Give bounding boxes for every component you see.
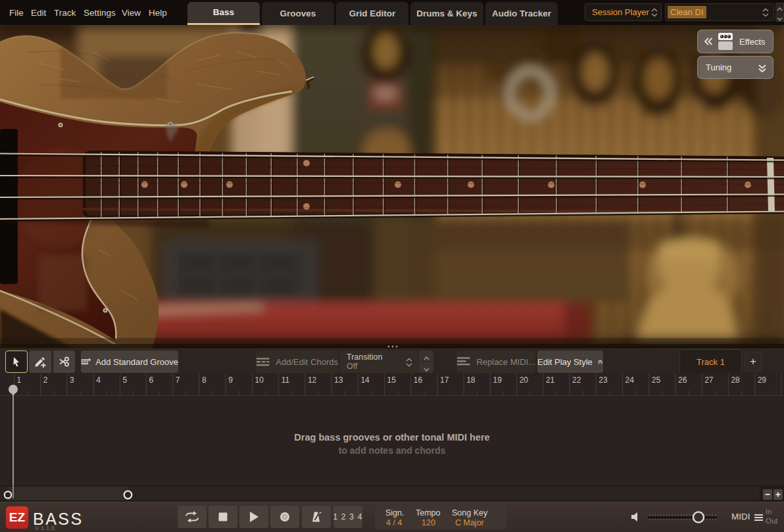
svg-text:29: 29 xyxy=(758,375,767,385)
svg-text:13: 13 xyxy=(334,375,343,385)
svg-text:22: 22 xyxy=(572,375,581,385)
svg-text:15: 15 xyxy=(387,375,397,385)
svg-text:5: 5 xyxy=(122,375,127,385)
svg-text:1: 1 xyxy=(17,375,22,385)
svg-text:6: 6 xyxy=(149,375,154,385)
svg-text:10: 10 xyxy=(255,375,264,385)
svg-text:Drag bass grooves or other ton: Drag bass grooves or other tonal MIDI he… xyxy=(294,432,489,443)
svg-text:28: 28 xyxy=(731,375,740,385)
svg-text:23: 23 xyxy=(599,375,608,385)
svg-text:8: 8 xyxy=(202,375,207,385)
svg-text:27: 27 xyxy=(704,375,714,385)
svg-text:12: 12 xyxy=(308,375,317,385)
svg-text:26: 26 xyxy=(678,375,687,385)
svg-text:24: 24 xyxy=(625,375,635,385)
svg-text:21: 21 xyxy=(546,375,555,385)
svg-text:25: 25 xyxy=(652,375,661,385)
svg-text:3: 3 xyxy=(70,375,74,385)
svg-text:9: 9 xyxy=(228,375,233,385)
svg-text:17: 17 xyxy=(440,375,449,385)
svg-text:14: 14 xyxy=(360,375,370,385)
svg-text:19: 19 xyxy=(493,375,502,385)
svg-text:to add notes and chords: to add notes and chords xyxy=(339,445,446,456)
svg-text:20: 20 xyxy=(520,375,529,385)
svg-text:18: 18 xyxy=(466,375,476,385)
svg-text:2: 2 xyxy=(43,375,48,385)
svg-text:11: 11 xyxy=(282,375,290,385)
svg-text:7: 7 xyxy=(176,375,180,385)
svg-text:16: 16 xyxy=(414,375,423,385)
svg-text:4: 4 xyxy=(96,375,101,385)
